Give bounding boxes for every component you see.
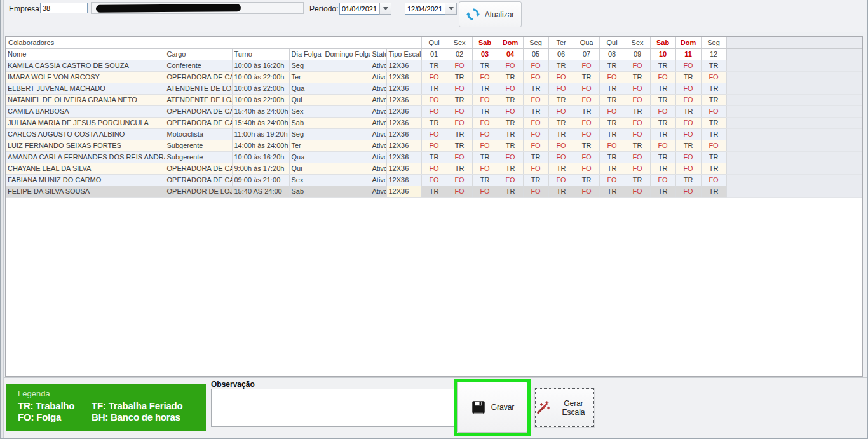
day-cell[interactable]: FO — [574, 83, 599, 94]
employee-row[interactable]: KAMILA CASSIA CASTRO DE SOUZAConferente1… — [6, 60, 862, 71]
cargo-cell[interactable]: Subgerente — [165, 151, 232, 163]
day-cell[interactable]: FO — [421, 174, 447, 186]
day-cell[interactable]: FO — [599, 105, 625, 117]
day-cell[interactable]: TR — [472, 151, 498, 163]
day-cell[interactable]: TR — [498, 186, 523, 197]
day-cell[interactable]: FO — [523, 94, 548, 105]
day-cell[interactable]: FO — [447, 186, 472, 197]
cargo-cell[interactable]: Subgerente — [165, 140, 232, 151]
day-cell[interactable]: FO — [574, 128, 599, 140]
day-cell[interactable]: FO — [498, 83, 523, 94]
name-cell[interactable]: LUIZ FERNANDO SEIXAS FORTES — [6, 140, 165, 151]
date-to-dropdown-button[interactable] — [445, 3, 457, 15]
col-header-domingo-folga[interactable]: Domingo Folga — [323, 48, 370, 60]
day-cell[interactable]: TR — [472, 60, 498, 71]
day-cell[interactable]: TR — [650, 128, 675, 140]
day-dow-header[interactable]: Qua — [574, 37, 599, 48]
day-cell[interactable]: TR — [650, 83, 675, 94]
domingo-folga-cell[interactable] — [323, 60, 370, 71]
date-from-input[interactable] — [339, 3, 379, 15]
tipo-escala-cell[interactable]: 12X36 — [386, 140, 421, 151]
day-cell[interactable]: TR — [523, 151, 548, 163]
dia-folga-cell[interactable]: Qua — [289, 83, 323, 94]
day-cell[interactable]: FO — [548, 105, 574, 117]
day-cell[interactable]: FO — [701, 105, 726, 117]
dia-folga-cell[interactable]: Seg — [289, 128, 323, 140]
day-cell[interactable]: FO — [625, 128, 650, 140]
day-cell[interactable]: FO — [548, 151, 574, 163]
dia-folga-cell[interactable]: Sab — [289, 186, 323, 197]
day-cell[interactable]: TR — [625, 71, 650, 83]
day-cell[interactable]: TR — [447, 163, 472, 174]
day-cell[interactable]: FO — [574, 60, 599, 71]
day-dow-header[interactable]: Seg — [701, 37, 726, 48]
gerar-escala-button[interactable]: Gerar Escala — [535, 388, 594, 427]
day-dow-header[interactable]: Dom — [675, 37, 701, 48]
day-dow-header[interactable]: Sab — [650, 37, 675, 48]
day-cell[interactable]: TR — [498, 94, 523, 105]
day-dow-header[interactable]: Ter — [548, 37, 574, 48]
tipo-escala-cell[interactable]: 12X36 — [386, 186, 421, 197]
day-dow-header[interactable]: Dom — [498, 37, 523, 48]
day-cell[interactable]: FO — [523, 117, 548, 128]
domingo-folga-cell[interactable] — [323, 174, 370, 186]
day-cell[interactable]: TR — [574, 140, 599, 151]
tipo-escala-cell[interactable]: 12X36 — [386, 71, 421, 83]
day-cell[interactable]: FO — [498, 105, 523, 117]
day-cell[interactable]: TR — [650, 117, 675, 128]
day-cell[interactable]: TR — [447, 128, 472, 140]
domingo-folga-cell[interactable] — [323, 105, 370, 117]
day-cell[interactable]: FO — [625, 117, 650, 128]
day-cell[interactable]: FO — [625, 151, 650, 163]
day-cell[interactable]: FO — [421, 94, 447, 105]
name-cell[interactable]: CAMILA BARBOSA — [6, 105, 165, 117]
day-num-header[interactable]: 11 — [675, 48, 701, 60]
status-cell[interactable]: Ativo — [370, 117, 386, 128]
day-dow-header[interactable]: Qui — [421, 37, 447, 48]
day-cell[interactable]: TR — [599, 128, 625, 140]
day-cell[interactable]: TR — [650, 186, 675, 197]
tipo-escala-cell[interactable]: 12X36 — [386, 174, 421, 186]
day-cell[interactable]: TR — [523, 83, 548, 94]
name-cell[interactable]: AMANDA CARLA FERNANDES DOS REIS ANDRADE — [6, 151, 165, 163]
day-cell[interactable]: FO — [447, 174, 472, 186]
day-cell[interactable]: TR — [523, 105, 548, 117]
atualizar-button[interactable]: Atualizar — [459, 1, 522, 27]
cargo-cell[interactable]: ATENDENTE DE LOJA — [165, 83, 232, 94]
name-cell[interactable]: FABIANA MUNIZ DO CARMO — [6, 174, 165, 186]
day-cell[interactable]: FO — [548, 174, 574, 186]
day-cell[interactable]: FO — [472, 140, 498, 151]
day-cell[interactable]: FO — [447, 83, 472, 94]
day-cell[interactable]: FO — [498, 60, 523, 71]
day-cell[interactable]: FO — [421, 128, 447, 140]
day-cell[interactable]: TR — [599, 186, 625, 197]
name-cell[interactable]: FELIPE DA SILVA SOUSA — [6, 186, 165, 197]
dia-folga-cell[interactable]: Sex — [289, 105, 323, 117]
day-cell[interactable]: FO — [523, 186, 548, 197]
cargo-cell[interactable]: OPERADORA DE CAIXA — [165, 71, 232, 83]
day-cell[interactable]: TR — [625, 140, 650, 151]
tipo-escala-cell[interactable]: 12X36 — [386, 117, 421, 128]
day-cell[interactable]: TR — [548, 186, 574, 197]
day-cell[interactable]: FO — [675, 128, 701, 140]
cargo-cell[interactable]: OPERADORA DE CAIXA — [165, 105, 232, 117]
name-cell[interactable]: NATANIEL DE OLIVEIRA GRANJA NETO — [6, 94, 165, 105]
day-cell[interactable]: FO — [625, 186, 650, 197]
domingo-folga-cell[interactable] — [323, 71, 370, 83]
day-cell[interactable]: TR — [701, 60, 726, 71]
dia-folga-cell[interactable]: Ter — [289, 140, 323, 151]
turno-cell[interactable]: 10:00 às 22:00h — [232, 94, 289, 105]
day-cell[interactable]: FO — [472, 117, 498, 128]
day-cell[interactable]: FO — [472, 163, 498, 174]
day-cell[interactable]: FO — [701, 174, 726, 186]
day-cell[interactable]: FO — [548, 140, 574, 151]
day-cell[interactable]: TR — [599, 151, 625, 163]
day-cell[interactable]: TR — [599, 163, 625, 174]
day-cell[interactable]: TR — [574, 105, 599, 117]
employee-row[interactable]: NATANIEL DE OLIVEIRA GRANJA NETOATENDENT… — [6, 94, 862, 105]
col-header-tipo-escal[interactable]: Tipo Escal — [386, 48, 421, 60]
day-cell[interactable]: TR — [548, 117, 574, 128]
day-cell[interactable]: TR — [498, 71, 523, 83]
day-cell[interactable]: FO — [574, 186, 599, 197]
domingo-folga-cell[interactable] — [323, 186, 370, 197]
